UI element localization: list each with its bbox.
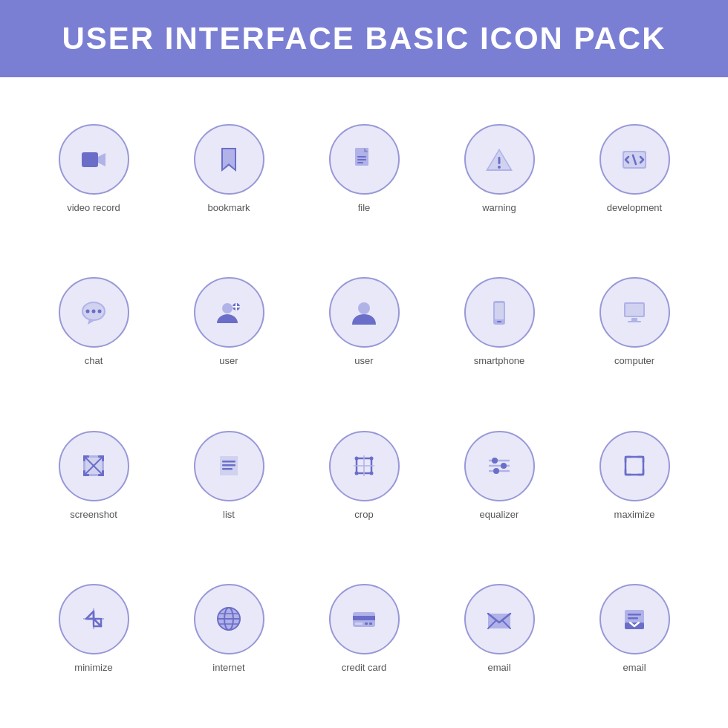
- svg-point-64: [492, 458, 498, 464]
- icon-circle-chat: [59, 277, 129, 348]
- icon-circle-minimize: [59, 584, 129, 654]
- svg-point-60: [370, 472, 374, 475]
- icon-label-video-record: video record: [67, 202, 120, 213]
- svg-rect-32: [497, 321, 501, 322]
- icon-item-computer: computer: [571, 253, 698, 391]
- svg-point-29: [358, 302, 370, 314]
- icon-item-smartphone: smartphone: [435, 253, 563, 391]
- icon-label-development: development: [607, 202, 662, 213]
- svg-rect-85: [353, 616, 375, 620]
- svg-point-57: [355, 457, 359, 461]
- icon-label-smartphone: smartphone: [474, 355, 525, 366]
- icon-label-file: file: [358, 202, 371, 213]
- icon-label-user2: user: [354, 355, 373, 366]
- icon-item-user1: user: [165, 253, 293, 391]
- svg-point-22: [92, 309, 96, 313]
- icon-label-bookmark: bookmark: [207, 202, 250, 213]
- icon-item-video-record: video record: [30, 100, 157, 238]
- svg-point-23: [98, 309, 102, 313]
- svg-point-25: [222, 303, 233, 313]
- icon-circle-warning: [464, 124, 535, 195]
- svg-point-59: [355, 472, 359, 475]
- svg-rect-7: [357, 156, 366, 157]
- icon-circle-internet: [194, 584, 264, 654]
- svg-marker-1: [98, 153, 105, 166]
- icon-circle-development: [599, 124, 670, 195]
- icon-item-user2: user: [300, 253, 428, 391]
- svg-rect-42: [83, 455, 85, 461]
- icon-item-crop: crop: [300, 406, 428, 545]
- svg-rect-36: [628, 321, 641, 322]
- svg-rect-87: [365, 623, 368, 625]
- svg-rect-67: [625, 457, 643, 475]
- svg-rect-48: [102, 470, 104, 476]
- icon-circle-list: [194, 431, 264, 501]
- icon-item-warning: warning: [435, 100, 563, 238]
- svg-rect-14: [498, 157, 501, 164]
- svg-rect-53: [222, 468, 233, 470]
- icon-item-equalizer: equalizer: [435, 406, 563, 545]
- icon-item-screenshot: screenshot: [30, 406, 157, 545]
- page-title: USER INTERFACE BASIC ICON PACK: [15, 21, 713, 56]
- icon-label-screenshot: screenshot: [70, 509, 117, 520]
- icon-label-email1: email: [487, 662, 510, 673]
- icon-label-credit-card: credit card: [342, 662, 387, 673]
- icon-circle-screenshot: [59, 431, 129, 501]
- icon-label-list: list: [223, 509, 235, 520]
- svg-rect-86: [355, 623, 363, 625]
- svg-rect-8: [357, 159, 366, 160]
- icon-circle-video-record: [59, 124, 129, 195]
- icon-circle-file: [329, 124, 400, 195]
- icon-item-internet: internet: [165, 559, 293, 698]
- icon-label-computer: computer: [614, 355, 654, 366]
- icon-label-maximize: maximize: [614, 509, 655, 520]
- icon-item-email1: email: [435, 559, 563, 698]
- svg-point-58: [370, 457, 374, 461]
- icon-circle-crop: [329, 431, 400, 501]
- icon-grid: video record bookmark fil: [0, 77, 728, 720]
- icon-circle-computer: [599, 277, 670, 348]
- icon-label-internet: internet: [212, 662, 244, 673]
- icon-circle-bookmark: [194, 124, 264, 195]
- icon-item-list: list: [165, 406, 293, 545]
- svg-rect-9: [357, 162, 363, 163]
- header: USER INTERFACE BASIC ICON PACK: [0, 0, 728, 77]
- icon-label-chat: chat: [85, 355, 103, 366]
- icon-circle-email1: [464, 584, 535, 654]
- svg-marker-3: [223, 149, 235, 169]
- icon-circle-equalizer: [464, 431, 535, 501]
- svg-rect-46: [83, 470, 85, 476]
- icon-label-minimize: minimize: [74, 662, 112, 673]
- icon-item-bookmark: bookmark: [165, 100, 293, 238]
- icon-label-warning: warning: [482, 202, 516, 213]
- icon-item-email2: email: [571, 559, 698, 698]
- svg-point-15: [498, 166, 501, 169]
- svg-line-73: [94, 619, 101, 626]
- icon-label-user1: user: [219, 355, 238, 366]
- icon-label-crop: crop: [354, 509, 373, 520]
- svg-rect-51: [222, 461, 235, 463]
- svg-rect-34: [625, 304, 643, 316]
- svg-rect-31: [495, 303, 504, 319]
- icon-item-maximize: maximize: [571, 406, 698, 545]
- icon-item-credit-card: credit card: [300, 559, 428, 698]
- svg-point-65: [501, 463, 507, 469]
- icon-circle-email2: [599, 584, 670, 654]
- svg-rect-0: [82, 152, 98, 167]
- icon-item-file: file: [300, 100, 428, 238]
- icon-circle-smartphone: [464, 277, 535, 348]
- icon-label-email2: email: [623, 662, 646, 673]
- icon-item-minimize: minimize: [30, 559, 157, 698]
- icon-circle-maximize: [599, 431, 670, 501]
- svg-line-70: [86, 611, 94, 619]
- svg-rect-44: [102, 455, 104, 461]
- svg-rect-95: [628, 617, 638, 620]
- svg-point-21: [86, 309, 90, 313]
- icon-item-development: development: [571, 100, 698, 238]
- icon-circle-user1: [194, 277, 264, 348]
- icon-label-equalizer: equalizer: [480, 509, 519, 520]
- icon-circle-credit-card: [329, 584, 400, 654]
- svg-rect-88: [369, 623, 372, 625]
- svg-point-66: [493, 468, 499, 474]
- icon-circle-user2: [329, 277, 400, 348]
